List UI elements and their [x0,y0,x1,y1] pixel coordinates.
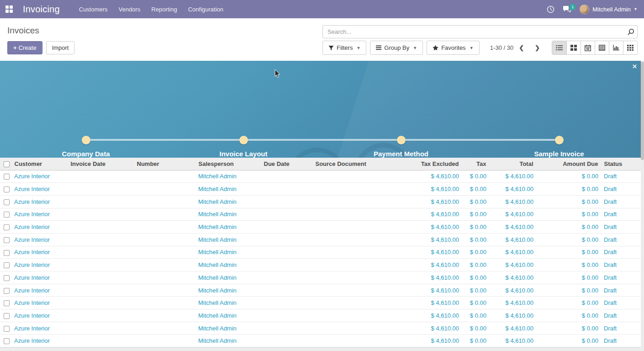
cell-source_document[interactable] [313,284,403,297]
cell-source_document[interactable] [313,335,403,347]
table-row[interactable]: Azure InteriorMitchell Admin$ 4,610.00$ … [0,183,641,196]
cell-invoice_date[interactable] [69,335,135,347]
cell-tax[interactable]: $ 0.00 [463,208,490,221]
cell-tax_excluded[interactable]: $ 4,610.00 [403,322,463,335]
messages-icon[interactable]: 1 [559,0,575,18]
cell-source_document[interactable] [313,170,403,183]
cell-status[interactable]: Draft [602,221,641,234]
cell-customer[interactable]: Azure Interior [12,271,69,284]
cell-tax_excluded[interactable]: $ 4,610.00 [403,284,463,297]
row-checkbox[interactable] [4,224,10,230]
cell-total[interactable]: $ 4,610.00 [490,195,537,208]
row-checkbox[interactable] [4,313,10,319]
cell-amount_due[interactable]: $ 0.00 [537,271,602,284]
cell-salesperson[interactable]: Mitchell Admin [196,221,262,234]
cell-number[interactable] [135,297,196,309]
cell-total[interactable]: $ 4,610.00 [490,335,537,347]
select-all-checkbox[interactable] [4,161,10,167]
cell-amount_due[interactable]: $ 0.00 [537,309,602,322]
cell-total[interactable]: $ 4,610.00 [490,322,537,335]
cell-invoice_date[interactable] [69,233,135,246]
cell-source_document[interactable] [313,221,403,234]
cell-tax[interactable]: $ 0.00 [463,233,490,246]
nav-menu-vendors[interactable]: Vendors [113,0,146,18]
cell-due_date[interactable] [262,259,313,271]
cell-number[interactable] [135,221,196,234]
cell-salesperson[interactable]: Mitchell Admin [196,246,262,259]
row-checkbox[interactable] [4,250,10,256]
cell-invoice_date[interactable] [69,322,135,335]
cell-customer[interactable]: Azure Interior [12,297,69,309]
cell-total[interactable]: $ 4,610.00 [490,208,537,221]
calendar-view-icon[interactable] [581,41,595,54]
list-view-icon[interactable] [552,41,566,54]
cell-status[interactable]: Draft [602,335,641,347]
cell-number[interactable] [135,233,196,246]
cell-total[interactable]: $ 4,610.00 [490,259,537,271]
cell-status[interactable]: Draft [602,183,641,196]
row-checkbox[interactable] [4,338,10,344]
cell-source_document[interactable] [313,322,403,335]
cell-tax_excluded[interactable]: $ 4,610.00 [403,195,463,208]
row-checkbox[interactable] [4,326,10,332]
cell-customer[interactable]: Azure Interior [12,221,69,234]
cell-salesperson[interactable]: Mitchell Admin [196,183,262,196]
column-header-invoice_date[interactable]: Invoice Date [69,158,135,170]
table-row[interactable]: Azure InteriorMitchell Admin$ 4,610.00$ … [0,297,641,309]
pager-next-icon[interactable]: ❯ [529,43,545,53]
graph-view-icon[interactable] [609,41,623,54]
column-header-tax_excluded[interactable]: Tax Excluded [403,158,463,170]
table-row[interactable]: Azure InteriorMitchell Admin$ 4,610.00$ … [0,221,641,234]
cell-due_date[interactable] [262,183,313,196]
cell-salesperson[interactable]: Mitchell Admin [196,271,262,284]
import-button[interactable]: Import [46,41,75,54]
cell-invoice_date[interactable] [69,170,135,183]
cell-customer[interactable]: Azure Interior [12,284,69,297]
cell-status[interactable]: Draft [602,233,641,246]
cell-status[interactable]: Draft [602,309,641,322]
cell-status[interactable]: Draft [602,246,641,259]
column-header-salesperson[interactable]: Salesperson [196,158,262,170]
column-header-total[interactable]: Total [490,158,537,170]
cell-amount_due[interactable]: $ 0.00 [537,322,602,335]
row-checkbox[interactable] [4,212,10,218]
activities-clock-icon[interactable] [542,0,559,18]
cell-tax[interactable]: $ 0.00 [463,284,490,297]
cell-source_document[interactable] [313,208,403,221]
search-icon[interactable] [624,28,637,35]
activity-view-icon[interactable] [623,41,637,54]
cell-amount_due[interactable]: $ 0.00 [537,195,602,208]
column-header-tax[interactable]: Tax [463,158,490,170]
nav-menu-reporting[interactable]: Reporting [146,0,182,18]
cell-invoice_date[interactable] [69,271,135,284]
cell-customer[interactable]: Azure Interior [12,246,69,259]
cell-number[interactable] [135,195,196,208]
cell-tax_excluded[interactable]: $ 4,610.00 [403,183,463,196]
cell-due_date[interactable] [262,297,313,309]
cell-number[interactable] [135,208,196,221]
group-by-dropdown[interactable]: Group By▼ [370,41,423,55]
cell-amount_due[interactable]: $ 0.00 [537,246,602,259]
cell-salesperson[interactable]: Mitchell Admin [196,322,262,335]
cell-source_document[interactable] [313,309,403,322]
cell-tax[interactable]: $ 0.00 [463,246,490,259]
cell-amount_due[interactable]: $ 0.00 [537,221,602,234]
horizontal-scrollbar-track[interactable] [0,347,641,351]
cell-invoice_date[interactable] [69,208,135,221]
cell-salesperson[interactable]: Mitchell Admin [196,259,262,271]
cell-customer[interactable]: Azure Interior [12,183,69,196]
cell-invoice_date[interactable] [69,195,135,208]
table-row[interactable]: Azure InteriorMitchell Admin$ 4,610.00$ … [0,335,641,347]
cell-total[interactable]: $ 4,610.00 [490,297,537,309]
table-row[interactable]: Azure InteriorMitchell Admin$ 4,610.00$ … [0,322,641,335]
cell-status[interactable]: Draft [602,170,641,183]
cell-tax_excluded[interactable]: $ 4,610.00 [403,309,463,322]
cell-number[interactable] [135,335,196,347]
cell-status[interactable]: Draft [602,322,641,335]
cell-total[interactable]: $ 4,610.00 [490,309,537,322]
table-row[interactable]: Azure InteriorMitchell Admin$ 4,610.00$ … [0,271,641,284]
column-header-status[interactable]: Status [602,158,641,170]
cell-tax[interactable]: $ 0.00 [463,259,490,271]
cell-number[interactable] [135,284,196,297]
banner-close-icon[interactable]: ✕ [632,63,637,70]
